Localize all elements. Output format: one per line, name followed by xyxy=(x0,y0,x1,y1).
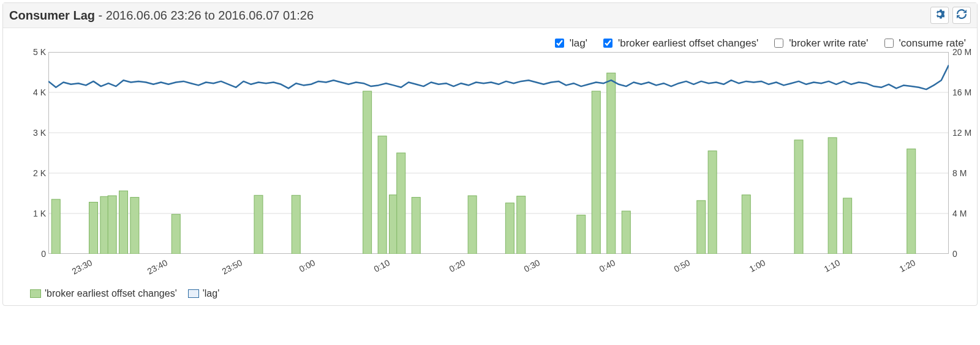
svg-rect-27 xyxy=(622,211,630,254)
svg-rect-28 xyxy=(697,201,706,254)
x-tick: 1:20 xyxy=(897,258,917,274)
y-left-tick: 5 K xyxy=(30,47,46,57)
svg-rect-16 xyxy=(363,91,372,254)
legend-swatch xyxy=(30,289,41,298)
y-right-tick: 12 M xyxy=(952,128,971,138)
svg-rect-15 xyxy=(292,195,300,254)
x-tick: 23:50 xyxy=(221,258,244,276)
legend-checkbox-2[interactable]: 'broker write rate' xyxy=(772,37,868,50)
x-tick: 0:30 xyxy=(522,258,542,274)
legend-checkbox-input[interactable] xyxy=(774,39,783,48)
refresh-icon xyxy=(957,9,967,21)
svg-rect-19 xyxy=(397,153,405,254)
chart-area: 01 K2 K3 K4 K5 K04 M8 M12 M16 M20 M xyxy=(3,52,977,254)
panel-actions xyxy=(930,7,971,24)
chart-svg xyxy=(48,52,949,254)
svg-rect-20 xyxy=(412,198,420,254)
svg-rect-26 xyxy=(607,73,616,254)
y-right-tick: 16 M xyxy=(952,87,971,97)
legend-checkbox-1[interactable]: 'broker earliest offset changes' xyxy=(601,37,758,50)
legend-checkbox-label: 'broker earliest offset changes' xyxy=(618,37,758,50)
consumer-lag-panel: Consumer Lag - 2016.06.06 23:26 to 2016.… xyxy=(2,2,978,306)
x-tick: 0:10 xyxy=(372,258,392,274)
svg-rect-7 xyxy=(51,199,60,254)
legend-top: 'lag''broker earliest offset changes''br… xyxy=(3,28,977,52)
legend-checkbox-input[interactable] xyxy=(603,39,612,48)
legend-item-label: 'lag' xyxy=(203,288,219,299)
legend-checkbox-0[interactable]: 'lag' xyxy=(552,37,587,50)
svg-rect-21 xyxy=(468,196,477,254)
x-tick: 23:30 xyxy=(70,258,94,276)
x-tick: 0:00 xyxy=(297,258,317,274)
svg-rect-30 xyxy=(742,195,750,254)
y-right-tick: 0 xyxy=(952,249,957,259)
svg-rect-23 xyxy=(517,196,526,254)
panel-title: Consumer Lag - 2016.06.06 23:26 to 2016.… xyxy=(9,9,314,23)
svg-rect-8 xyxy=(89,202,98,254)
x-tick: 0:40 xyxy=(597,258,617,274)
svg-rect-29 xyxy=(708,151,717,254)
svg-rect-10 xyxy=(108,196,116,254)
legend-checkbox-input[interactable] xyxy=(555,39,564,48)
legend-swatch xyxy=(188,289,199,298)
settings-button[interactable] xyxy=(930,7,949,24)
panel-title-name: Consumer Lag xyxy=(9,9,95,22)
y-right-tick: 20 M xyxy=(952,47,971,57)
y-left-tick: 0 xyxy=(30,249,46,259)
x-tick: 1:10 xyxy=(823,258,842,274)
legend-item-1: 'lag' xyxy=(188,288,219,299)
y-left-tick: 1 K xyxy=(30,209,46,218)
legend-bottom: 'broker earliest offset changes''lag' xyxy=(3,278,977,305)
svg-rect-33 xyxy=(843,198,852,254)
x-tick: 0:50 xyxy=(673,258,692,274)
svg-rect-25 xyxy=(592,91,600,254)
svg-rect-14 xyxy=(254,195,263,254)
svg-rect-17 xyxy=(378,136,386,254)
svg-rect-34 xyxy=(907,149,916,254)
x-tick: 23:40 xyxy=(145,258,168,276)
svg-rect-24 xyxy=(577,215,586,254)
legend-checkbox-input[interactable] xyxy=(884,39,894,48)
y-left-tick: 2 K xyxy=(30,168,46,178)
svg-rect-22 xyxy=(505,203,514,254)
svg-rect-12 xyxy=(130,198,139,254)
y-left-tick: 3 K xyxy=(30,128,46,138)
legend-checkbox-label: 'lag' xyxy=(570,37,587,50)
svg-rect-11 xyxy=(119,191,128,254)
y-right-tick: 4 M xyxy=(952,209,967,218)
panel-title-sep: - xyxy=(95,9,106,22)
x-axis-labels: 23:3023:4023:500:000:100:200:300:400:501… xyxy=(48,254,949,278)
refresh-button[interactable] xyxy=(952,7,971,24)
svg-rect-13 xyxy=(172,214,180,254)
gear-icon xyxy=(935,9,944,21)
legend-checkbox-label: 'broker write rate' xyxy=(789,37,868,50)
legend-item-label: 'broker earliest offset changes' xyxy=(45,288,177,299)
svg-rect-31 xyxy=(794,140,803,254)
panel-header: Consumer Lag - 2016.06.06 23:26 to 2016.… xyxy=(3,3,977,28)
x-tick: 1:00 xyxy=(747,258,767,274)
x-tick: 0:20 xyxy=(447,258,467,274)
panel-title-range: 2016.06.06 23:26 to 2016.06.07 01:26 xyxy=(106,9,314,22)
y-left-tick: 4 K xyxy=(30,87,46,97)
svg-rect-32 xyxy=(828,138,837,254)
y-right-tick: 8 M xyxy=(952,168,967,178)
legend-item-0: 'broker earliest offset changes' xyxy=(30,288,177,299)
